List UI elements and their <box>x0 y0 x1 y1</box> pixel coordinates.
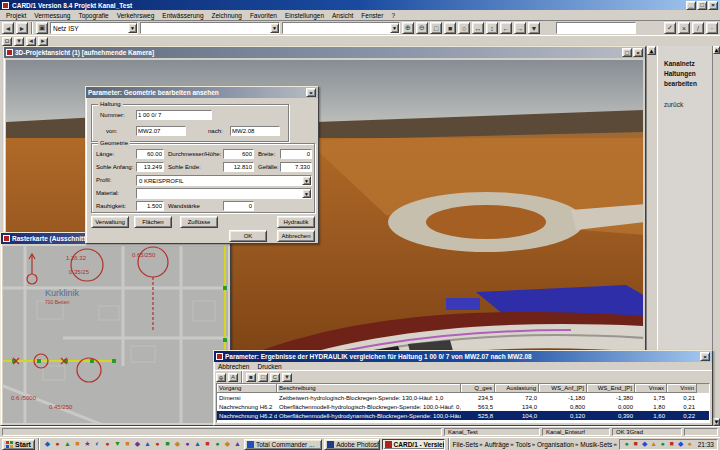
tray-icon[interactable]: ■ <box>668 439 676 449</box>
quicklaunch-icon[interactable]: ● <box>153 439 162 449</box>
point-icon[interactable]: · <box>706 22 718 34</box>
table-row-selected[interactable]: Nachrechnung H6.2 dy Oberflächenmodell-h… <box>217 411 709 420</box>
font-icon[interactable]: A <box>228 373 238 382</box>
chevron-icon[interactable]: » <box>479 441 482 447</box>
task-photoshop[interactable]: Adobe Photoshop <box>324 439 379 450</box>
quicklaunch-icon[interactable]: ● <box>53 439 62 449</box>
nummer-field[interactable] <box>136 110 212 120</box>
chevron-down-icon[interactable]: ▼ <box>270 23 279 33</box>
next-icon[interactable]: ► <box>38 37 48 46</box>
empty-combobox-2[interactable]: ▼ <box>282 22 400 34</box>
empty-combobox-3[interactable] <box>556 22 636 34</box>
measure-icon[interactable]: / <box>692 22 704 34</box>
von-field[interactable] <box>136 126 186 136</box>
chevron-down-icon[interactable]: ▼ <box>302 176 311 185</box>
laenge-field[interactable] <box>136 149 164 159</box>
tray-icon[interactable]: ■ <box>632 439 640 449</box>
zufluesse-button[interactable]: Zuflüsse <box>180 216 218 228</box>
col-vmin[interactable]: Vmin <box>667 384 697 393</box>
menu-projekt[interactable]: Projekt <box>2 12 30 19</box>
chevron-icon[interactable]: » <box>510 441 513 447</box>
view-options-icon[interactable]: ▼ <box>528 22 540 34</box>
zoom-in-icon[interactable]: ⊕ <box>402 22 414 34</box>
material-combobox[interactable]: ▼ <box>136 188 312 199</box>
menu-einstellungen[interactable]: Einstellungen <box>281 12 328 19</box>
page-icon[interactable]: □ <box>258 373 268 382</box>
netz-combobox[interactable]: Netz ISY ▼ <box>50 22 138 34</box>
col-vmax[interactable]: Vmax <box>635 384 667 393</box>
chevron-down-icon[interactable]: ▼ <box>128 23 137 33</box>
verwaltung-button[interactable]: Verwaltung <box>91 216 129 228</box>
col-beschreibung[interactable]: Beschreibung <box>277 384 461 393</box>
back-icon[interactable]: ◄ <box>2 22 14 34</box>
quicklaunch-icon[interactable]: ◆ <box>43 439 52 449</box>
close-icon[interactable]: × <box>708 1 718 10</box>
menu-favoriten[interactable]: Favoriten <box>246 12 281 19</box>
tray-icon[interactable]: ◆ <box>677 439 685 449</box>
close-icon[interactable]: × <box>306 88 316 97</box>
toolbar-tools[interactable]: Tools » <box>515 441 535 448</box>
menu-ansicht[interactable]: Ansicht <box>328 12 357 19</box>
results-menu-abbrechen[interactable]: Abbrechen <box>218 363 249 370</box>
durchmesser-field[interactable] <box>223 149 254 159</box>
chevron-icon[interactable]: » <box>613 441 616 447</box>
col-auslastung[interactable]: Auslastung <box>495 384 539 393</box>
quicklaunch-icon[interactable]: ● <box>103 439 112 449</box>
sidebar-item-zurueck[interactable]: zurück <box>664 101 708 108</box>
print-icon[interactable]: ■ <box>246 373 256 382</box>
quicklaunch-icon[interactable]: ■ <box>73 439 82 449</box>
quicklaunch-icon[interactable]: ■ <box>123 439 132 449</box>
restore-icon[interactable]: □ <box>622 48 632 57</box>
menu-fenster[interactable]: Fenster <box>357 12 387 19</box>
sidebar-scrollbar[interactable]: ▲ ▼ <box>712 46 720 426</box>
menu-topografie[interactable]: Topografie <box>74 12 112 19</box>
tray-icon[interactable]: ● <box>659 439 667 449</box>
results-menu-drucken[interactable]: Drucken <box>257 363 281 370</box>
maximize-icon[interactable]: □ <box>697 1 707 10</box>
wandstaerke-field[interactable] <box>223 201 254 211</box>
menu-entwaesserung[interactable]: Entwässerung <box>158 12 207 19</box>
search-icon[interactable]: ⊕ <box>216 373 226 382</box>
col-ws-end[interactable]: WS_End_[P] <box>587 384 635 393</box>
quicklaunch-icon[interactable]: ◐ <box>93 439 102 449</box>
copy-icon[interactable]: C <box>270 373 280 382</box>
menu-vermessung[interactable]: Vermessung <box>30 12 74 19</box>
tray-icon[interactable]: ◆ <box>641 439 649 449</box>
forward-icon[interactable]: ► <box>16 22 28 34</box>
chevron-icon[interactable]: » <box>575 441 578 447</box>
dialog-titlebar[interactable]: Parameter: Geometrie bearbeiten ansehen … <box>86 87 318 98</box>
ok-button[interactable]: OK <box>229 230 267 242</box>
pan-vertical-icon[interactable]: ↕ <box>486 22 498 34</box>
sidebar-item-kanalnetz[interactable]: Kanalnetz <box>664 60 708 67</box>
menu-zeichnung[interactable]: Zeichnung <box>208 12 246 19</box>
abbrechen-button[interactable]: Abbrechen <box>277 230 315 242</box>
col-ws-anf[interactable]: WS_Anf_[P] <box>539 384 587 393</box>
quicklaunch-icon[interactable]: ◆ <box>173 439 182 449</box>
grid-icon[interactable]: ▣ <box>36 22 48 34</box>
quicklaunch-icon[interactable]: ▲ <box>63 439 72 449</box>
apply-icon[interactable]: ✓ <box>664 22 676 34</box>
quicklaunch-icon[interactable]: ★ <box>83 439 92 449</box>
app-titlebar[interactable]: CARD/1 Version 8.4 Projekt Kanal_Test _ … <box>0 0 720 10</box>
quicklaunch-icon[interactable]: ▲ <box>143 439 152 449</box>
nach-field[interactable] <box>230 126 280 136</box>
quicklaunch-icon[interactable]: ▲ <box>233 439 242 449</box>
chevron-down-icon[interactable]: ▼ <box>302 189 311 198</box>
close-icon[interactable]: × <box>700 352 710 361</box>
scroll-up-icon[interactable]: ▲ <box>713 46 720 54</box>
quicklaunch-icon[interactable]: ■ <box>163 439 172 449</box>
quicklaunch-icon[interactable]: ◆ <box>223 439 232 449</box>
toolbar-file-sets[interactable]: File-Sets » <box>453 441 483 448</box>
filter-icon[interactable]: ▼ <box>282 373 292 382</box>
view-next-icon[interactable]: → <box>514 22 526 34</box>
zoom-window-icon[interactable]: □ <box>430 22 442 34</box>
quicklaunch-icon[interactable]: ▲ <box>193 439 202 449</box>
table-row[interactable]: Dimensi Zeitbeiwert-hydrologisch-Blockre… <box>217 393 709 402</box>
sidebar-item-bearbeiten[interactable]: bearbeiten <box>664 80 708 87</box>
scroll-down-icon[interactable]: ▼ <box>713 418 720 426</box>
quicklaunch-icon[interactable]: ● <box>183 439 192 449</box>
toolbar-auftraege[interactable]: Aufträge » <box>485 441 514 448</box>
pan-horizontal-icon[interactable]: ↔ <box>472 22 484 34</box>
start-button[interactable]: Start <box>2 439 35 450</box>
zoom-out-icon[interactable]: ⊖ <box>416 22 428 34</box>
